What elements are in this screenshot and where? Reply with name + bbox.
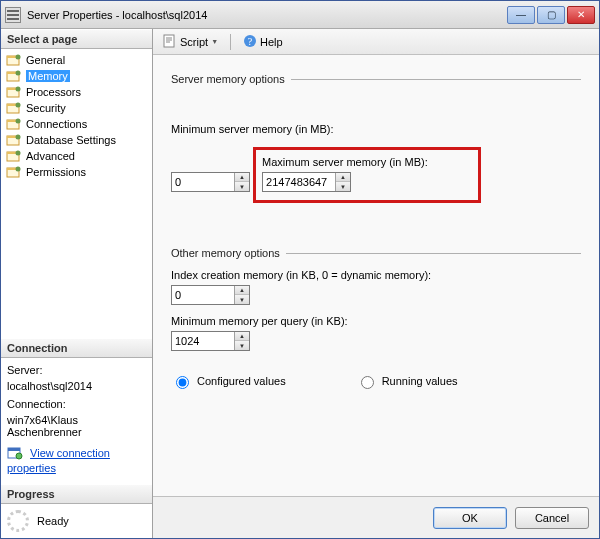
svg-point-2 [16,55,21,60]
index-memory-label: Index creation memory (in KB, 0 = dynami… [171,269,581,281]
sidebar-item-processors[interactable]: Processors [3,84,150,100]
svg-point-20 [16,151,21,156]
app-icon [5,7,21,23]
progress-status: Ready [37,515,69,527]
svg-point-23 [16,167,21,172]
max-memory-label: Maximum server memory (in MB): [262,156,428,168]
server-label: Server: [7,364,146,376]
left-panel: Select a page GeneralMemoryProcessorsSec… [1,29,153,538]
svg-text:?: ? [248,36,253,47]
progress-header: Progress [1,484,152,504]
progress-spinner-icon [7,510,29,532]
dialog-footer: OK Cancel [153,496,599,538]
other-memory-group: Other memory options [171,247,581,259]
help-icon: ? [243,34,257,50]
svg-point-8 [16,87,21,92]
chevron-down-icon: ▼ [211,38,218,45]
min-query-memory-input[interactable] [172,332,234,350]
properties-icon [7,446,23,462]
right-panel: Script ▼ ? Help Server memory options Mi… [153,29,599,538]
page-icon [6,53,22,67]
page-icon [6,101,22,115]
min-query-memory-label: Minimum memory per query (in KB): [171,315,581,327]
spin-up-button[interactable]: ▲ [336,173,350,182]
ok-button[interactable]: OK [433,507,507,529]
svg-point-26 [16,453,22,459]
min-query-memory-spinbox[interactable]: ▲▼ [171,331,250,351]
help-button[interactable]: ? Help [239,32,287,52]
titlebar[interactable]: Server Properties - localhost\sql2014 — … [1,1,599,29]
spin-down-button[interactable]: ▼ [235,182,249,191]
min-memory-input[interactable] [172,173,234,191]
svg-point-17 [16,135,21,140]
cancel-button[interactable]: Cancel [515,507,589,529]
spin-up-button[interactable]: ▲ [235,286,249,295]
content-area: Server memory options Minimum server mem… [153,55,599,496]
sidebar-item-database-settings[interactable]: Database Settings [3,132,150,148]
spin-up-button[interactable]: ▲ [235,173,249,182]
max-memory-highlight: Maximum server memory (in MB): ▲▼ [253,147,481,203]
index-memory-spinbox[interactable]: ▲▼ [171,285,250,305]
server-properties-dialog: Server Properties - localhost\sql2014 — … [0,0,600,539]
page-list: GeneralMemoryProcessorsSecurityConnectio… [1,49,152,183]
svg-point-11 [16,103,21,108]
page-icon [6,149,22,163]
svg-point-14 [16,119,21,124]
values-radio-group: Configured values Running values [171,373,581,389]
sidebar-item-advanced[interactable]: Advanced [3,148,150,164]
sidebar-item-security[interactable]: Security [3,100,150,116]
running-values-radio[interactable]: Running values [356,373,458,389]
sidebar-item-general[interactable]: General [3,52,150,68]
sidebar-item-connections[interactable]: Connections [3,116,150,132]
max-memory-spinbox[interactable]: ▲▼ [262,172,351,192]
server-memory-group: Server memory options [171,73,581,85]
select-page-header: Select a page [1,29,152,49]
index-memory-input[interactable] [172,286,234,304]
configured-values-radio[interactable]: Configured values [171,373,286,389]
close-button[interactable]: ✕ [567,6,595,24]
connection-header: Connection [1,338,152,358]
page-icon [6,133,22,147]
page-icon [6,85,22,99]
max-memory-input[interactable] [263,173,335,191]
script-icon [163,34,177,50]
window-title: Server Properties - localhost\sql2014 [27,9,507,21]
maximize-button[interactable]: ▢ [537,6,565,24]
svg-point-5 [16,71,21,76]
script-button[interactable]: Script ▼ [159,32,222,52]
spin-down-button[interactable]: ▼ [235,341,249,350]
sidebar-item-permissions[interactable]: Permissions [3,164,150,180]
connection-value: win7x64\Klaus Aschenbrenner [7,414,146,438]
spin-down-button[interactable]: ▼ [235,295,249,304]
svg-rect-25 [8,448,20,451]
spin-down-button[interactable]: ▼ [336,182,350,191]
server-value: localhost\sql2014 [7,380,146,392]
sidebar-item-memory[interactable]: Memory [3,68,150,84]
page-icon [6,117,22,131]
svg-rect-27 [164,35,174,47]
min-memory-spinbox[interactable]: ▲▼ [171,172,250,192]
page-icon [6,165,22,179]
spin-up-button[interactable]: ▲ [235,332,249,341]
page-icon [6,69,22,83]
connection-label: Connection: [7,398,146,410]
toolbar: Script ▼ ? Help [153,29,599,55]
minimize-button[interactable]: — [507,6,535,24]
min-memory-label: Minimum server memory (in MB): [171,123,581,135]
